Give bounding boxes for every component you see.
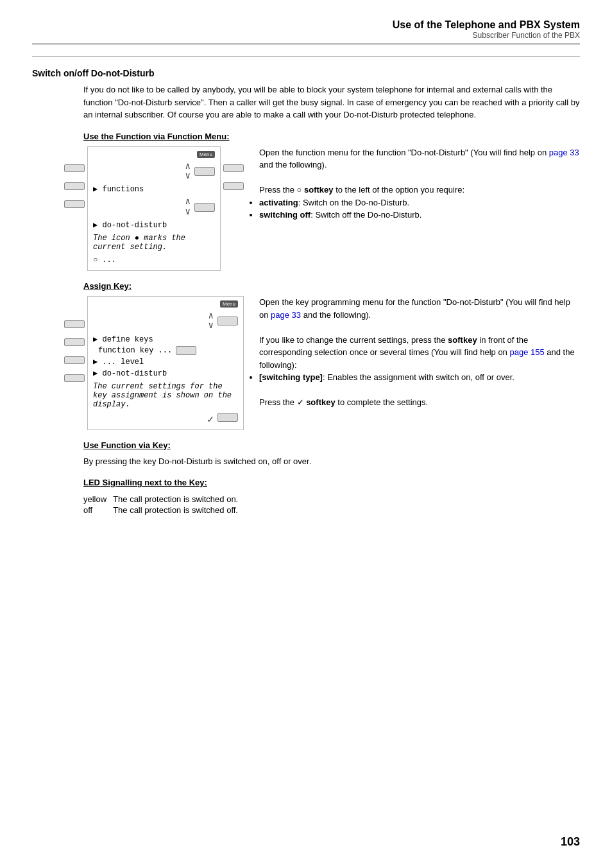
ak-softkey-right-check[interactable]: [217, 413, 238, 422]
bullet-switching-type: [switching type]: Enables the assignment…: [259, 371, 580, 384]
page155-link[interactable]: page 155: [509, 347, 544, 357]
ak-desc1: Open the key programming menu for the fu…: [259, 296, 580, 321]
phone-line-define: ▶ define keys: [93, 334, 238, 344]
assign-key-phone-area: Menu ∧ ∨ ▶ define keys function key ...: [64, 296, 244, 430]
assign-key-desc: Open the key programming menu for the fu…: [244, 296, 580, 409]
ak-softkey-right-top[interactable]: [217, 317, 238, 326]
main-title: Use of the Telephone and PBX System: [32, 19, 580, 31]
checkmark-icon: ✓: [207, 413, 214, 426]
led-row-yellow: yellow The call protection is switched o…: [83, 494, 244, 505]
ak-bullets: [switching type]: Enables the assignment…: [259, 371, 580, 384]
nav-arrows-top: ∧ ∨: [185, 162, 191, 182]
softkey-bold3: softkey: [306, 397, 336, 407]
phone-line-circle: ○ ...: [93, 256, 215, 265]
led-color-off: off: [83, 505, 113, 516]
circle-dots: ○ ...: [93, 256, 116, 265]
led-signalling-label: LED Signalling next to the Key:: [83, 478, 580, 487]
softkey-bold1: softkey: [304, 185, 334, 195]
text-define-keys: ▶ define keys: [93, 334, 153, 344]
assign-key-row: Menu ∧ ∨ ▶ define keys function key ...: [64, 296, 580, 430]
function-menu-phone-area: Menu ∧ ∨ ▶ functions ∧ ∨: [64, 146, 244, 272]
function-menu-label: Use the Function via Function Menu:: [83, 132, 580, 141]
nav-up-icon[interactable]: ∧: [185, 162, 191, 171]
ak-desc2: If you like to change the current settin…: [259, 334, 580, 372]
softkey-right-r1[interactable]: [223, 164, 244, 172]
led-desc-off: The call protection is switched off.: [113, 505, 244, 516]
function-menu-desc1: Open the function menu for the function …: [259, 146, 580, 171]
led-row-off: off The call protection is switched off.: [83, 505, 244, 516]
ak-softkey-left-3[interactable]: [64, 356, 85, 364]
text-dnd2: ▶ do-not-disturb: [93, 369, 167, 378]
page-number: 103: [561, 835, 580, 849]
left-softkeys-col: [64, 146, 87, 213]
use-function-key-label: Use Function via Key:: [83, 440, 580, 450]
ak-desc3: Press the ✓ softkey to complete the sett…: [259, 396, 580, 409]
icon-note: The icon ● marks the current setting.: [93, 234, 215, 252]
text-level: ▶ ... level: [93, 357, 144, 367]
function-menu-display: Menu ∧ ∨ ▶ functions ∧ ∨: [87, 146, 221, 272]
page33-link1[interactable]: page 33: [549, 148, 579, 157]
ak-softkey-right-fk[interactable]: [176, 346, 196, 355]
text-function-key: function key ...: [98, 346, 172, 355]
ak-softkey-left-2[interactable]: [64, 338, 85, 346]
use-function-key-desc: By pressing the key Do-not-Disturb is sw…: [83, 455, 580, 468]
header-divider: [32, 56, 580, 56]
phone-line-level: ▶ ... level: [93, 357, 238, 367]
phone-line-functions: ▶ functions: [93, 184, 215, 194]
softkey-left-2[interactable]: [64, 182, 85, 190]
assign-key-label: Assign Key:: [83, 281, 580, 291]
function-menu-desc: Open the function menu for the function …: [244, 146, 580, 221]
section-title: Switch on/off Do-not-Disturb: [32, 68, 580, 78]
led-color-yellow: yellow: [83, 494, 113, 505]
page: Use of the Telephone and PBX System Subs…: [0, 0, 612, 868]
ak-softkey-left-4[interactable]: [64, 374, 85, 382]
ak-menu-button[interactable]: Menu: [220, 300, 238, 308]
phone-line-dnd2: ▶ do-not-disturb: [93, 369, 238, 378]
led-desc-yellow: The call protection is switched on.: [113, 494, 244, 505]
section-intro: If you do not like to be called by anybo…: [83, 83, 580, 121]
arrow-functions: ▶ functions: [93, 184, 144, 194]
arrow-dnd: ▶ do-not-disturb: [93, 220, 167, 230]
right-softkeys-col: [221, 146, 244, 195]
nav-up-icon2[interactable]: ∧: [185, 197, 191, 207]
function-menu-bullets: activating: Switch on the Do-no-Disturb.…: [259, 196, 580, 221]
softkey-right-top[interactable]: [194, 167, 215, 176]
nav-down-icon2[interactable]: ∨: [185, 207, 191, 217]
softkey-right-mid[interactable]: [194, 203, 215, 212]
softkey-left-1[interactable]: [64, 164, 85, 172]
function-menu-desc2: Press the ○ softkey to the left of the o…: [259, 184, 580, 196]
softkey-left-3[interactable]: [64, 200, 85, 208]
sub-title: Subscriber Function of the PBX: [32, 31, 580, 40]
ak-italic-note: The current settings for the key assignm…: [93, 382, 238, 409]
softkey-right-r2[interactable]: [223, 182, 244, 190]
page33-link2[interactable]: page 33: [271, 310, 301, 320]
ak-softkey-left-1[interactable]: [64, 320, 85, 328]
function-menu-row: Menu ∧ ∨ ▶ functions ∧ ∨: [64, 146, 580, 272]
ak-nav-down[interactable]: ∨: [208, 321, 214, 331]
phone-line-function-key: function key ...: [93, 346, 238, 355]
assign-key-display: Menu ∧ ∨ ▶ define keys function key ...: [87, 296, 244, 430]
bullet-switching-off: switching off: Switch off the Do-no-Dist…: [259, 209, 580, 221]
page-header: Use of the Telephone and PBX System Subs…: [32, 19, 580, 44]
softkey-bold2: softkey: [448, 335, 477, 345]
nav-arrows-mid: ∧ ∨: [185, 197, 191, 217]
menu-button[interactable]: Menu: [197, 151, 215, 158]
ak-nav-arrows-top: ∧ ∨: [208, 311, 214, 331]
ak-left-softkeys: [64, 296, 87, 387]
ak-nav-up[interactable]: ∧: [208, 311, 214, 321]
led-section: yellow The call protection is switched o…: [83, 494, 580, 516]
nav-down-icon[interactable]: ∨: [185, 171, 191, 181]
led-table: yellow The call protection is switched o…: [83, 494, 244, 516]
bullet-activating: activating: Switch on the Do-no-Disturb.: [259, 196, 580, 209]
phone-line-dnd: ▶ do-not-disturb: [93, 220, 215, 230]
